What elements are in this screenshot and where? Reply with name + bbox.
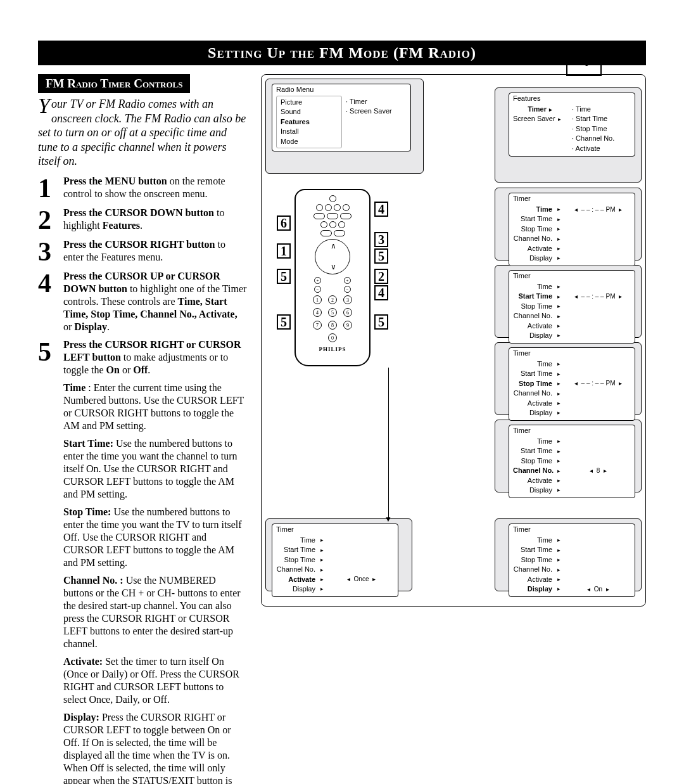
step-text: Press the CURSOR RIGHT or CURSOR LEFT bu… [63,338,247,376]
detail-time: Time : Enter the current time using the … [63,382,247,432]
step-text: Press the CURSOR DOWN button to highligh… [63,207,247,233]
page-title: Setting Up the FM Mode (FM Radio) [38,41,646,65]
callout-5: 5 [277,269,291,284]
panel-radio-menu: Radio Menu Picture Sound Features Instal… [272,84,411,151]
callout-5d: 5 [374,314,388,330]
step-text: Press the MENU button on the remote cont… [63,175,247,202]
arrow-down-icon: ▼ [384,515,392,524]
step-number: 3 [38,238,57,265]
callout-4: 4 [374,202,388,217]
step-number: 2 [38,207,57,233]
diagram-frame: Radio Menu Picture Sound Features Instal… [261,74,646,607]
callout-4b: 4 [374,285,388,300]
callout-5c: 5 [374,248,388,264]
step-number: 4 [38,270,57,333]
brand-label: PHILIPS [296,346,369,352]
step-text: Press the CURSOR RIGHT button to enter t… [63,238,247,265]
panel-timer-channel: TimerTime▸Start Time▸Stop Time▸Channel N… [509,425,635,498]
panel-timer-display: TimerTime▸Start Time▸Stop Time▸Channel N… [509,524,635,597]
step-text: Press the CURSOR UP or CURSOR DOWN butto… [63,270,247,333]
detail-display: Display: Press the CURSOR RIGHT or CURSO… [63,711,247,785]
step-number: 5 [38,338,57,376]
detail-start-time: Start Time: Use the numbered buttons to … [63,437,247,501]
intro-paragraph: Your TV or FM Radio comes with an onscre… [38,97,247,169]
detail-channel-no: Channel No. : Use the NUMBERED buttons o… [63,574,247,650]
detail-activate: Activate: Set the timer to turn itself O… [63,655,247,706]
callout-2: 2 [374,269,388,284]
numpad: 123 456 789 0 [296,295,369,342]
music-note-icon: ♫ [566,41,602,76]
callout-6: 6 [277,215,291,231]
panel-timer-stop: TimerTime▸Start Time▸Stop Time▸◂ – – : –… [509,347,635,421]
lead-line [388,368,389,518]
callout-5b: 5 [277,314,291,330]
panel-timer-time: TimerTime▸◂ – – : – – PM ▸Start Time▸Sto… [509,193,635,266]
panel-timer-start: TimerTime▸Start Time▸◂ – – : – – PM ▸Sto… [509,270,635,344]
remote-illustration: ++ −− 123 456 789 0 PHILIPS [294,189,370,366]
callout-1: 1 [277,243,291,259]
step-number: 1 [38,175,57,202]
section-subheader: FM Radio Timer Controls [38,74,190,93]
dpad-icon [315,239,350,274]
power-icon [329,195,336,202]
panel-features: Features Timer Screen Saver · Time · Sta… [509,93,635,157]
detail-stop-time: Stop Time: Use the numbered buttons to e… [63,506,247,569]
panel-timer-activate: TimerTime▸Start Time▸Stop Time▸Channel N… [272,524,398,597]
callout-3: 3 [374,232,388,247]
steps-list: 1Press the MENU button on the remote con… [38,175,247,376]
